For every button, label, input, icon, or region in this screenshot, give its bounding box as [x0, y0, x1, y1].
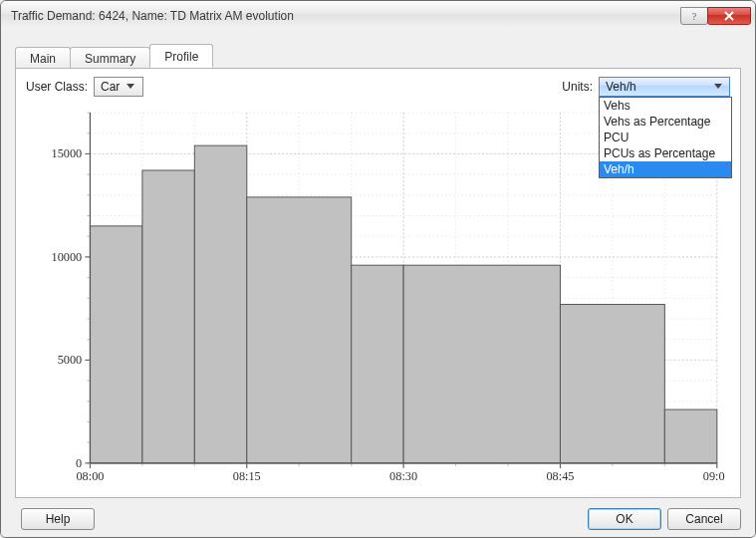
user-class-combo[interactable]: Car — [94, 77, 143, 97]
svg-rect-49 — [664, 409, 716, 463]
svg-text:?: ? — [692, 11, 697, 21]
button-label: Help — [46, 512, 71, 526]
close-icon[interactable] — [707, 7, 751, 25]
tab-label: Main — [30, 52, 56, 66]
units-option[interactable]: PCUs as Percentage — [600, 145, 731, 161]
tab-label: Summary — [85, 52, 135, 66]
units-value: Veh/h — [606, 80, 707, 94]
button-label: Cancel — [685, 512, 722, 526]
svg-rect-47 — [403, 265, 560, 463]
svg-rect-44 — [194, 145, 246, 463]
cancel-button[interactable]: Cancel — [667, 508, 741, 530]
tab-summary[interactable]: Summary — [70, 47, 150, 69]
ok-button[interactable]: OK — [588, 508, 661, 530]
units-label: Units: — [562, 80, 593, 94]
svg-rect-45 — [247, 197, 352, 463]
title-bar: Traffic Demand: 6424, Name: TD Matrix AM… — [1, 1, 755, 31]
controls-row: User Class: Car Units: Veh/h Vehs Vehs a… — [26, 77, 730, 97]
tab-profile[interactable]: Profile — [149, 44, 213, 68]
chevron-down-icon — [711, 79, 725, 95]
units-option[interactable]: PCU — [600, 130, 731, 145]
tab-panel-profile: User Class: Car Units: Veh/h Vehs Vehs a… — [15, 68, 741, 498]
units-option[interactable]: Vehs as Percentage — [600, 114, 731, 130]
units-combo[interactable]: Veh/h Vehs Vehs as Percentage PCU PCUs a… — [599, 77, 730, 97]
svg-text:15000: 15000 — [52, 147, 83, 161]
svg-text:08:45: 08:45 — [546, 469, 574, 483]
units-option[interactable]: Vehs — [600, 98, 731, 114]
tab-label: Profile — [164, 50, 198, 64]
svg-rect-48 — [560, 305, 664, 463]
help-button[interactable]: Help — [21, 508, 95, 530]
units-option-selected[interactable]: Veh/h — [600, 161, 731, 177]
svg-text:09:00: 09:00 — [703, 469, 725, 483]
client-area: Main Summary Profile User Class: Car Uni… — [1, 30, 755, 537]
svg-rect-46 — [352, 265, 403, 463]
tab-main[interactable]: Main — [15, 47, 71, 69]
user-class-label: User Class: — [26, 80, 88, 94]
help-icon[interactable]: ? — [680, 7, 708, 25]
chevron-down-icon — [124, 79, 137, 95]
svg-rect-43 — [142, 170, 194, 463]
user-class-value: Car — [101, 80, 120, 94]
svg-rect-42 — [90, 226, 141, 463]
footer: Help OK Cancel — [15, 508, 741, 530]
tab-strip: Main Summary Profile — [15, 44, 741, 68]
window-title: Traffic Demand: 6424, Name: TD Matrix AM… — [11, 9, 681, 23]
window-buttons: ? — [681, 7, 751, 25]
units-dropdown: Vehs Vehs as Percentage PCU PCUs as Perc… — [599, 97, 732, 178]
svg-text:10000: 10000 — [52, 250, 83, 264]
svg-text:08:15: 08:15 — [233, 469, 261, 483]
svg-text:5000: 5000 — [58, 354, 83, 368]
svg-text:08:00: 08:00 — [76, 469, 104, 483]
svg-text:08:30: 08:30 — [389, 469, 417, 483]
button-label: OK — [616, 512, 632, 526]
svg-text:0: 0 — [76, 456, 82, 470]
